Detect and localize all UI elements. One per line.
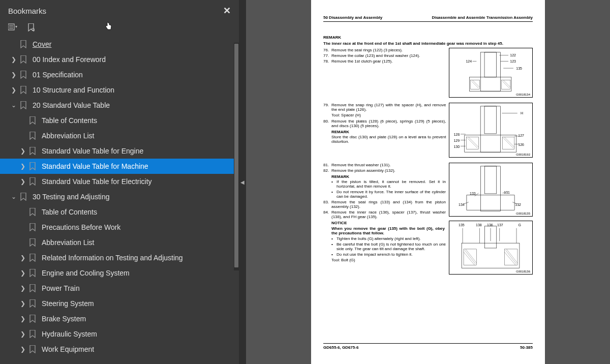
bookmark-label: Table of Contents — [42, 116, 97, 125]
expand-icon[interactable]: ❯ — [18, 147, 27, 155]
expand-icon[interactable]: ❯ — [18, 285, 27, 292]
svg-rect-42 — [462, 243, 520, 268]
expand-icon[interactable]: ⌄ — [9, 102, 18, 109]
bookmark-label: Steering System — [42, 299, 94, 308]
bookmark-icon — [27, 238, 38, 247]
bookmark-label: 30 Testing and Adjusting — [33, 193, 110, 201]
pdf-page: 50 Disassembly and Assembly Disassemble … — [311, 0, 545, 364]
page-footer: GD655-6, GD675-6 50-385 — [323, 343, 533, 350]
svg-line-13 — [503, 81, 510, 88]
bookmark-icon — [27, 162, 38, 170]
bookmark-item[interactable]: ❯Hydraulic System — [0, 326, 238, 342]
content-block-3: 81.Remove the thrust washer (131). 82.Re… — [323, 163, 533, 275]
bookmark-label: Work Equipment — [42, 345, 94, 353]
figure-4: 135 138 136 137 G G0018136 — [449, 221, 533, 275]
svg-rect-20 — [484, 106, 497, 134]
options-icon[interactable] — [8, 23, 18, 32]
bookmark-icon — [27, 330, 38, 338]
bookmark-item[interactable]: ❯Related Information on Testing and Adju… — [0, 250, 238, 265]
expand-icon[interactable]: ❯ — [18, 163, 27, 170]
footer-right: 50-385 — [520, 345, 533, 350]
bookmark-item[interactable]: ❯Standard Value Table for Electricity — [0, 174, 238, 189]
bookmark-icon — [27, 299, 38, 308]
svg-line-14 — [504, 80, 511, 87]
scrollbar-thumb[interactable] — [234, 44, 238, 267]
bookmark-item[interactable]: ⌄30 Testing and Adjusting — [0, 189, 238, 204]
expand-icon[interactable]: ❯ — [18, 178, 27, 185]
expand-icon[interactable]: ❯ — [9, 56, 18, 63]
svg-line-11 — [472, 81, 479, 88]
bookmark-item[interactable]: ❯00 Index and Foreword — [0, 52, 238, 67]
bookmark-label: 00 Index and Foreword — [33, 55, 106, 64]
bookmark-label: Hydraulic System — [42, 330, 97, 338]
bookmark-item[interactable]: ❯Engine and Cooling System — [0, 265, 238, 281]
bookmark-item[interactable]: Cover — [0, 37, 238, 52]
bookmark-label: Abbreviation List — [42, 238, 95, 247]
bookmark-label: Table of Contents — [42, 208, 97, 216]
bookmark-item[interactable]: ⌄20 Standard Value Table — [0, 98, 238, 113]
svg-line-5 — [34, 31, 35, 32]
svg-line-27 — [505, 137, 515, 147]
bookmark-icon — [18, 101, 28, 109]
bookmark-list[interactable]: Cover❯00 Index and Foreword❯01 Specifica… — [0, 37, 239, 364]
bookmark-label: Brake System — [42, 315, 86, 323]
svg-line-45 — [465, 250, 476, 264]
bookmark-icon — [27, 284, 38, 292]
expand-icon[interactable]: ⌄ — [9, 193, 18, 200]
sidebar-header: Bookmarks ✕ — [0, 0, 239, 20]
svg-line-25 — [469, 137, 479, 147]
bookmark-label: Precautions Before Work — [42, 223, 120, 231]
expand-icon[interactable]: ❯ — [9, 71, 18, 78]
document-viewport[interactable]: 50 Disassembly and Assembly Disassemble … — [246, 0, 610, 364]
svg-line-24 — [468, 138, 478, 148]
chevron-left-icon: ◀ — [240, 179, 245, 185]
bookmark-item[interactable]: ❯Work Equipment — [0, 342, 238, 357]
bookmark-label: Abbreviation List — [42, 132, 95, 140]
bookmark-item[interactable]: Abbreviation List — [0, 235, 238, 250]
bookmark-icon — [27, 223, 38, 231]
bookmark-label: Engine and Cooling System — [42, 269, 130, 277]
expand-icon[interactable]: ❯ — [18, 315, 27, 322]
content-block-2: 79.Remove the snap ring (127) with the s… — [323, 103, 533, 158]
expand-icon[interactable]: ❯ — [18, 254, 27, 261]
expand-icon[interactable]: ❯ — [18, 269, 27, 277]
bookmark-item[interactable]: ❯Power Train — [0, 281, 238, 296]
content-block-1: 76.Remove the seal rings (122) (3 pieces… — [323, 48, 533, 98]
expand-icon[interactable]: ❯ — [9, 86, 18, 94]
svg-rect-6 — [481, 52, 501, 91]
expand-icon[interactable]: ❯ — [18, 346, 27, 353]
cursor-icon — [105, 21, 113, 32]
expand-icon[interactable]: ❯ — [18, 300, 27, 307]
footer-left: GD655-6, GD675-6 — [323, 345, 358, 350]
bookmark-item[interactable]: ❯Standard Value Table for Engine — [0, 143, 238, 159]
bookmark-item[interactable]: ❯Steering System — [0, 296, 238, 311]
bookmark-icon — [27, 315, 38, 323]
bookmark-item[interactable]: ❯10 Structure and Function — [0, 82, 238, 98]
header-left: 50 Disassembly and Assembly — [323, 15, 382, 20]
bookmark-label: 20 Standard Value Table — [33, 101, 110, 109]
bookmark-item[interactable]: ❯01 Specification — [0, 67, 238, 82]
header-right: Disassemble and Assemble Transmission As… — [432, 15, 533, 20]
bookmark-icon — [18, 193, 28, 201]
expand-icon[interactable]: ❯ — [18, 330, 27, 338]
svg-line-50 — [504, 252, 515, 265]
bookmark-item[interactable]: Table of Contents — [0, 113, 238, 128]
find-bookmark-icon[interactable] — [27, 23, 35, 32]
close-icon[interactable]: ✕ — [223, 5, 231, 16]
intro-text: The inner race at the front end of the 1… — [323, 41, 533, 46]
figure-2: H 128 129 130 127 126 G0018192 — [449, 103, 533, 158]
bookmark-item[interactable]: Table of Contents — [0, 204, 238, 220]
svg-rect-21 — [465, 135, 516, 152]
bookmark-label: 10 Structure and Function — [33, 86, 114, 94]
bookmark-icon — [27, 269, 38, 277]
bookmark-icon — [27, 208, 38, 216]
bookmark-item[interactable]: ❯Standard Value Table for Machine — [0, 159, 238, 174]
bookmark-label: Cover — [33, 40, 51, 48]
bookmark-item[interactable]: ❯Brake System — [0, 311, 238, 326]
bookmark-label: Power Train — [42, 284, 80, 292]
bookmark-item[interactable]: Precautions Before Work — [0, 220, 238, 235]
collapse-sidebar-button[interactable]: ◀ — [239, 0, 246, 364]
bookmark-item[interactable]: Abbreviation List — [0, 128, 238, 143]
remark-heading: REMARK — [323, 35, 533, 40]
svg-rect-7 — [484, 52, 497, 77]
